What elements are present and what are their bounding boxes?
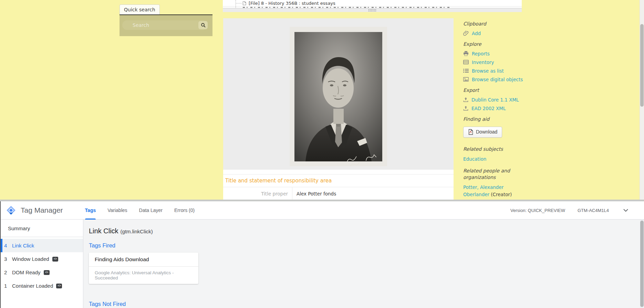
printer-icon	[463, 51, 469, 56]
quick-search-tab: Quick search	[120, 4, 160, 14]
record-panel: Title and statement of responsibility ar…	[223, 18, 454, 200]
tag-name: Finding Aids Download	[89, 253, 198, 266]
person-role: (Creator)	[489, 192, 512, 197]
related-people-heading: Related people and organizations	[463, 168, 524, 181]
tree-guide-line	[236, 3, 242, 3]
ead-xml-link[interactable]: EAD 2002 XML	[463, 106, 524, 111]
related-subjects-heading: Related subjects	[463, 146, 524, 152]
treeview-resize-handle[interactable]	[223, 8, 522, 12]
event-sidebar: Summary 4 Link Click 3 Window Loaded <> …	[1, 220, 83, 308]
tag-manager-scrollbar[interactable]	[640, 220, 644, 308]
export-icon	[463, 106, 468, 111]
page-scrollbar-thumb[interactable]	[640, 24, 644, 107]
record-section-title: Title and statement of responsibility ar…	[223, 174, 454, 187]
event-item-link-click[interactable]: 4 Link Click	[1, 239, 83, 252]
tag-manager-logo-icon	[6, 205, 16, 215]
digital-object-area	[223, 18, 454, 170]
collapse-panel-control[interactable]	[623, 209, 628, 212]
version-label: Version: QUICK_PREVIEW	[510, 208, 565, 213]
page-scrollbar[interactable]	[640, 0, 644, 200]
subject-link-education[interactable]: Education	[463, 156, 524, 162]
field-value: Alex Potter fonds	[292, 187, 454, 200]
export-heading: Export	[463, 87, 524, 94]
drag-grip-icon	[368, 9, 376, 12]
explore-heading: Explore	[463, 41, 524, 47]
list-icon	[463, 68, 469, 73]
dublin-core-xml-link[interactable]: Dublin Core 1.1 XML	[463, 97, 524, 103]
file-icon	[242, 1, 247, 6]
event-code: (gtm.linkClick)	[121, 229, 153, 234]
tag-manager-header: Tag Manager Tags Variables Data Layer Er…	[1, 201, 644, 220]
portrait-photo[interactable]	[290, 27, 387, 166]
image-icon	[463, 77, 469, 82]
tags-not-fired-heading: Tags Not Fired	[89, 301, 636, 307]
search-button[interactable]	[198, 21, 208, 29]
search-input[interactable]	[122, 20, 207, 30]
clipboard-add-link[interactable]: Add	[463, 31, 524, 36]
screen: [File] 8 - History 356B : student essays…	[0, 0, 644, 308]
event-detail-panel: Link Click(gtm.linkClick) Tags Fired Fin…	[83, 220, 644, 308]
reports-link[interactable]: Reports	[463, 51, 524, 56]
tab-data-layer[interactable]: Data Layer	[139, 201, 163, 220]
tab-tags[interactable]: Tags	[85, 201, 96, 220]
event-list: 4 Link Click 3 Window Loaded <> 2 DOM Re…	[1, 239, 83, 293]
context-sidebar: Clipboard Add Explore Reports	[463, 21, 524, 200]
record-field-row: Title proper Alex Potter fonds	[223, 187, 454, 200]
event-item-dom-ready[interactable]: 2 DOM Ready <>	[1, 266, 83, 279]
fired-tag-card[interactable]: Finding Aids Download Google Analytics: …	[89, 253, 198, 284]
event-item-window-loaded[interactable]: 3 Window Loaded <>	[1, 252, 83, 266]
finding-aid-heading: Finding aid	[463, 116, 524, 123]
clipboard-heading: Clipboard	[463, 21, 524, 27]
tag-manager-scrollbar-thumb[interactable]	[640, 221, 644, 307]
tree-row[interactable]: [File] 8 - History 356B : student essays	[223, 0, 522, 7]
paperclip-icon	[463, 31, 469, 36]
tags-fired-heading: Tags Fired	[89, 242, 636, 249]
inventory-link[interactable]: Inventory	[463, 60, 524, 65]
treeview-panel: [File] 8 - History 356B : student essays	[223, 0, 522, 12]
quick-search-panel	[120, 14, 212, 36]
summary-item[interactable]: Summary	[1, 220, 83, 237]
person-link-potter[interactable]: Potter, Alexander Oberlander (Creator)	[463, 184, 524, 198]
inventory-icon	[463, 60, 469, 64]
quick-search-widget: Quick search	[120, 4, 212, 36]
browse-as-list-link[interactable]: Browse as list	[463, 68, 524, 74]
tab-variables[interactable]: Variables	[107, 201, 127, 220]
tag-manager-title: Tag Manager	[21, 206, 63, 214]
archive-page: [File] 8 - History 356B : student essays…	[0, 0, 644, 200]
tag-manager-tabs: Tags Variables Data Layer Errors (0)	[85, 201, 195, 220]
record-gap	[223, 170, 454, 174]
code-icon: <>	[52, 257, 58, 262]
code-icon: <>	[44, 270, 50, 275]
event-item-container-loaded[interactable]: 1 Container Loaded <>	[1, 279, 83, 293]
tree-item-label: [File] 8 - History 356B : student essays	[249, 1, 335, 6]
tree-row-clipped	[223, 7, 522, 8]
tag-detail: Google Analytics: Universal Analytics - …	[89, 267, 198, 284]
pdf-icon	[468, 129, 473, 135]
event-title: Link Click(gtm.linkClick)	[89, 227, 636, 235]
container-id: GTM-AC4M1L4	[578, 208, 609, 213]
tag-manager-header-right: Version: QUICK_PREVIEW GTM-AC4M1L4	[510, 208, 644, 213]
field-label: Title proper	[223, 187, 292, 200]
export-icon	[463, 97, 468, 102]
chevron-down-icon	[623, 209, 628, 212]
tab-errors[interactable]: Errors (0)	[174, 201, 195, 220]
search-icon	[201, 23, 206, 28]
browse-digital-objects-link[interactable]: Browse digital objects	[463, 77, 524, 82]
code-icon: <>	[56, 284, 62, 288]
tag-manager-panel: Tag Manager Tags Variables Data Layer Er…	[0, 201, 644, 308]
tag-manager-body: Summary 4 Link Click 3 Window Loaded <> …	[1, 220, 644, 308]
download-finding-aid-button[interactable]: Download	[463, 127, 502, 138]
